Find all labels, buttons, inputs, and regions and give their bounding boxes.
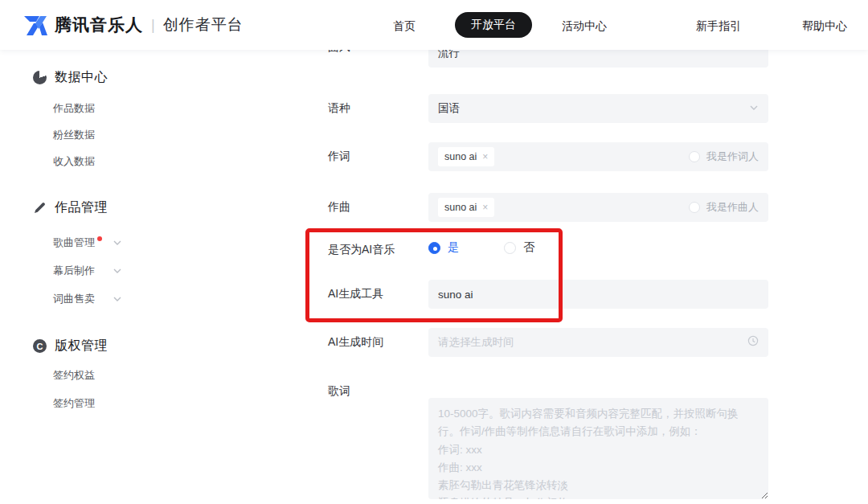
radio-label: 我是作曲人 [706, 200, 759, 215]
app-window: 曲风 流行 腾讯音乐人 | 创作者平台 首页 开放平台 活动中心 新手指引 帮助… [0, 0, 868, 504]
logo-subtitle: 创作者平台 [163, 14, 244, 35]
composer-field[interactable]: suno ai × 我是作曲人 [428, 193, 768, 222]
nav-home[interactable]: 首页 [393, 19, 416, 34]
sidebar-item-label: 词曲售卖 [53, 292, 95, 306]
language-value: 国语 [438, 101, 460, 116]
logo-title: 腾讯音乐人 [55, 14, 143, 36]
sidebar-item-label: 歌曲管理 [53, 236, 95, 250]
sidebar-item-contract-rights[interactable]: 签约权益 [53, 368, 95, 383]
sidebar-item-label: 收入数据 [53, 154, 95, 169]
nav-activity-center[interactable]: 活动中心 [562, 19, 607, 34]
i-am-lyricist-radio[interactable]: 我是作词人 [689, 150, 759, 164]
tencent-music-logo-icon [23, 13, 48, 37]
tag-text: suno ai [444, 202, 477, 213]
nav-beginner-guide[interactable]: 新手指引 [696, 19, 741, 34]
chevron-down-icon[interactable] [113, 267, 121, 275]
lyricist-label: 作词 [328, 150, 350, 164]
nav-help-center[interactable]: 帮助中心 [802, 19, 847, 34]
chevron-down-icon[interactable] [113, 295, 121, 303]
ai-tool-value: suno ai [438, 289, 473, 301]
tag-remove-icon[interactable]: × [482, 202, 488, 213]
logo-divider: | [151, 17, 155, 34]
radio-icon [689, 151, 700, 162]
top-header: 腾讯音乐人 | 创作者平台 首页 开放平台 活动中心 新手指引 帮助中心 [0, 0, 868, 50]
pie-chart-icon [32, 70, 47, 85]
language-select[interactable]: 国语 [428, 94, 768, 123]
nav-open-platform-active[interactable]: 开放平台 [455, 12, 532, 38]
sidebar-item-label: 签约权益 [53, 368, 95, 383]
lyricist-field[interactable]: suno ai × 我是作词人 [428, 142, 768, 171]
is-ai-music-radio-group: 是 否 [428, 240, 534, 255]
lyricist-tag[interactable]: suno ai × [438, 147, 494, 166]
radio-label: 我是作词人 [706, 150, 759, 164]
i-am-composer-radio[interactable]: 我是作曲人 [689, 200, 759, 215]
sidebar-item-behind-scenes[interactable]: 幕后制作 [53, 264, 121, 278]
sidebar-item-income-data[interactable]: 收入数据 [53, 154, 95, 169]
sidebar-group-title: 作品管理 [55, 199, 108, 216]
sidebar-item-label: 签约管理 [53, 396, 95, 411]
ai-tool-input[interactable]: suno ai [428, 280, 768, 309]
chevron-down-icon[interactable] [113, 239, 121, 247]
sidebar-group-data-center[interactable]: 数据中心 [32, 69, 108, 86]
radio-option-label: 否 [523, 240, 534, 255]
lyrics-label: 歌词 [328, 384, 350, 399]
sidebar-item-contract-management[interactable]: 签约管理 [53, 396, 95, 411]
copyright-icon: C [32, 338, 47, 354]
sidebar-group-title: 版权管理 [55, 338, 108, 354]
tag-remove-icon[interactable]: × [482, 151, 488, 162]
brand-logo[interactable]: 腾讯音乐人 | 创作者平台 [23, 13, 244, 37]
ai-time-placeholder: 请选择生成时间 [438, 335, 514, 350]
radio-icon [689, 202, 700, 213]
sidebar: 数据中心 作品数据 粉丝数据 收入数据 作品管理 歌曲管理 幕后制作 [0, 50, 177, 504]
radio-option-yes[interactable]: 是 [428, 240, 459, 255]
is-ai-music-label: 是否为AI音乐 [328, 243, 395, 257]
chevron-down-icon [749, 101, 759, 116]
lyrics-textarea[interactable] [428, 398, 768, 499]
ai-tool-label: AI生成工具 [328, 287, 383, 301]
clock-icon [747, 335, 759, 350]
radio-option-no[interactable]: 否 [504, 240, 534, 255]
tag-text: suno ai [444, 151, 477, 162]
notification-dot [97, 236, 102, 241]
sidebar-item-label: 粉丝数据 [53, 128, 95, 142]
radio-option-label: 是 [448, 240, 459, 255]
sidebar-group-works-management[interactable]: 作品管理 [32, 199, 108, 216]
language-label: 语种 [328, 101, 350, 116]
ai-time-picker[interactable]: 请选择生成时间 [428, 328, 768, 357]
composer-label: 作曲 [328, 200, 350, 215]
sidebar-group-copyright[interactable]: C 版权管理 [32, 338, 108, 354]
ai-time-label: AI生成时间 [328, 335, 383, 350]
sidebar-item-label: 作品数据 [53, 101, 95, 116]
sidebar-item-fans-data[interactable]: 粉丝数据 [53, 128, 95, 142]
radio-selected-icon [428, 242, 440, 254]
radio-unselected-icon [504, 242, 516, 254]
sidebar-item-lyrics-sale[interactable]: 词曲售卖 [53, 292, 121, 306]
sidebar-item-song-management[interactable]: 歌曲管理 [53, 236, 121, 250]
sidebar-item-label: 幕后制作 [53, 264, 95, 278]
sidebar-group-title: 数据中心 [55, 69, 108, 86]
sidebar-item-works-data[interactable]: 作品数据 [53, 101, 95, 116]
composer-tag[interactable]: suno ai × [438, 198, 494, 217]
pencil-icon [32, 200, 47, 215]
